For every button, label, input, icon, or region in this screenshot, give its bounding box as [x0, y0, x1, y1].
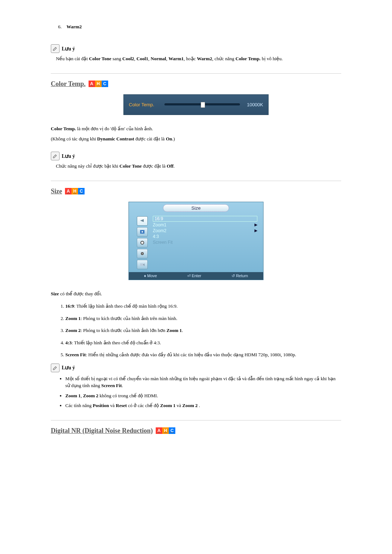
svg-marker-0 [140, 219, 144, 222]
osd-row-zoom1[interactable]: Zoom1▶ [151, 222, 259, 228]
size-description: Size có thể được thay đổi. [51, 290, 341, 298]
note-bullets: Một số thiết bị ngoại vi có thể chuyển v… [51, 375, 341, 409]
osd-row-16-9[interactable]: 16:9 [151, 216, 259, 222]
pencil-icon [51, 364, 60, 372]
osd-row-4-3[interactable]: 4:3 [151, 234, 259, 239]
list-item: Zoom 1: Phóng to kích thước của hình ảnh… [65, 315, 341, 322]
osd-icon-picture[interactable] [137, 216, 148, 226]
badge-a: A [89, 81, 95, 87]
badge-c: C [102, 81, 108, 87]
list-item: 16:9: Thiết lập hình ảnh theo chế độ màn… [65, 303, 341, 310]
chevron-right-icon: ▶ [254, 228, 257, 233]
badge-group: A H C [156, 427, 175, 434]
note-text: Nếu bạn cài đặt Color Tone sang Cool2, C… [56, 55, 341, 62]
badge-h: H [72, 188, 78, 194]
osd-row-zoom2[interactable]: Zoom2▶ [151, 228, 259, 234]
section-heading-color-temp: Color Temp. A H C [51, 80, 341, 88]
svg-rect-7 [140, 263, 143, 266]
svg-point-4 [141, 241, 144, 244]
divider [51, 420, 341, 420]
divider [51, 73, 341, 74]
osd-icon-clock[interactable] [137, 238, 148, 247]
badge-group: A H C [65, 188, 85, 194]
osd-rows: 16:9 Zoom1▶ Zoom2▶ 4:3 Screen Fit [151, 215, 259, 271]
osd-row-screen-fit[interactable]: Screen Fit [151, 239, 259, 245]
badge-group: A H C [89, 81, 108, 87]
chevron-right-icon: ▶ [254, 222, 257, 227]
badge-h: H [95, 81, 102, 87]
note-block-2: Lưu ý Chức năng này chỉ được bật khi Col… [51, 152, 341, 170]
slider-label: Color Temp. [129, 102, 162, 107]
osd-footer-move: ♦ Move [144, 274, 157, 278]
list-item: Các tính năng Position và Reset có ở các… [65, 402, 341, 409]
osd-icon-sound[interactable] [137, 227, 148, 237]
note-title: Lưu ý [62, 153, 75, 159]
size-options-list: 16:9: Thiết lập hình ảnh theo chế độ màn… [51, 303, 341, 358]
slider-track[interactable] [164, 103, 240, 106]
list-item: Zoom 1, Zoom 2 không có trong chế độ HDM… [65, 392, 341, 399]
color-temp-slider-panel: Color Temp. 10000K [123, 94, 269, 115]
color-temp-paren: (Không có tác dụng khi Dynamic Contrast … [51, 135, 341, 143]
list-item: Một số thiết bị ngoại vi có thể chuyển v… [65, 375, 341, 389]
osd-footer-return: ↺ Return [232, 274, 248, 278]
badge-h: H [162, 427, 169, 434]
osd-icon-input[interactable] [137, 260, 148, 269]
color-temp-description: Color Temp. là một đơn vị đo 'độ ấm' của… [51, 125, 341, 133]
list-item: Zoom 2: Phóng to kích thước của hình ảnh… [65, 327, 341, 334]
note-text: Chức năng này chỉ được bật khi Color Ton… [56, 163, 341, 170]
section-heading-size: Size A H C [51, 188, 341, 195]
list-item-6: 6. Warm2 [58, 24, 341, 30]
section-heading-digital-nr: Digital NR (Digital Noise Reduction) A H… [51, 427, 341, 435]
pencil-icon [51, 44, 60, 53]
pencil-icon [51, 152, 60, 160]
note-block-3: Lưu ý Một số thiết bị ngoại vi có thể ch… [51, 364, 341, 409]
size-osd-panel: Size 16:9 Zoom1▶ Zoom2▶ 4:3 Screen Fit ♦… [128, 202, 264, 280]
badge-a: A [65, 188, 72, 194]
osd-icon-column [133, 215, 151, 271]
slider-value: 10000K [243, 102, 263, 107]
note-block-1: Lưu ý Nếu bạn cài đặt Color Tone sang Co… [51, 44, 341, 62]
badge-c: C [78, 188, 85, 194]
item-number: 6. [58, 24, 65, 30]
note-title: Lưu ý [62, 46, 75, 52]
osd-icon-setup[interactable] [137, 249, 148, 258]
item-label: Warm2 [66, 24, 82, 29]
list-item: Screen Fit: Hiển thị những cảnh được đưa… [65, 351, 341, 358]
slider-thumb[interactable] [201, 102, 205, 108]
note-title: Lưu ý [62, 365, 75, 371]
osd-footer: ♦ Move ⏎ Enter ↺ Return [129, 272, 263, 280]
list-item: 4:3: Thiết lập hình ảnh theo chế độ chuẩ… [65, 339, 341, 346]
osd-tab: Size [163, 204, 229, 212]
badge-c: C [169, 427, 175, 434]
osd-footer-enter: ⏎ Enter [187, 274, 201, 278]
badge-a: A [156, 427, 162, 434]
svg-point-6 [142, 253, 143, 254]
svg-point-2 [142, 231, 143, 233]
divider [51, 181, 341, 181]
